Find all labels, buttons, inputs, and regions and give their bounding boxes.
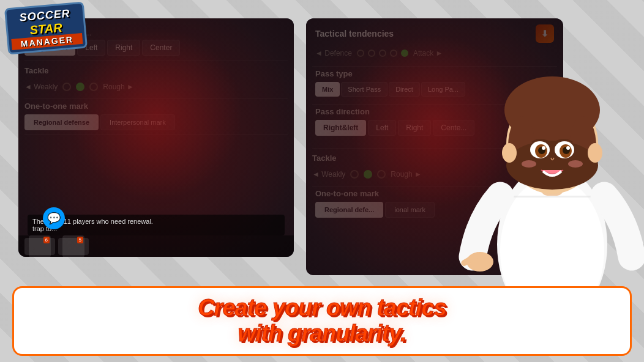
svg-point-8 xyxy=(506,141,598,190)
svg-point-10 xyxy=(588,143,602,163)
bottom-strip: 6 5 xyxy=(18,235,294,257)
messenger-icon[interactable]: 💬 xyxy=(43,207,65,229)
main-container: SOCCER STAR MANAGER Direct Long... Right… xyxy=(0,0,644,362)
notification-text: There are 11 players who need renewal. xyxy=(32,218,280,225)
svg-point-19 xyxy=(522,160,536,168)
banner-line2: with granularity. xyxy=(26,321,618,347)
svg-point-17 xyxy=(542,146,545,150)
tab-badge-5: 5 xyxy=(77,237,83,243)
svg-point-18 xyxy=(566,146,570,150)
svg-rect-21 xyxy=(500,196,604,198)
logo: SOCCER STAR MANAGER xyxy=(6,5,86,54)
svg-point-9 xyxy=(502,143,517,163)
left-panel: Direct Long... Right&left Left Right Cen… xyxy=(18,18,294,257)
tab-badge-6: 6 xyxy=(43,237,50,243)
svg-point-20 xyxy=(568,160,583,168)
bottom-tab-2[interactable]: 5 xyxy=(58,238,89,255)
banner-line1: Create your own tactics xyxy=(26,295,618,321)
bottom-tab-1[interactable]: 6 xyxy=(24,238,55,255)
bottom-banner: Create your own tactics with granularity… xyxy=(12,286,632,356)
notification-text2: trap to... xyxy=(32,225,280,232)
notification-bar: There are 11 players who need renewal. t… xyxy=(28,215,285,235)
